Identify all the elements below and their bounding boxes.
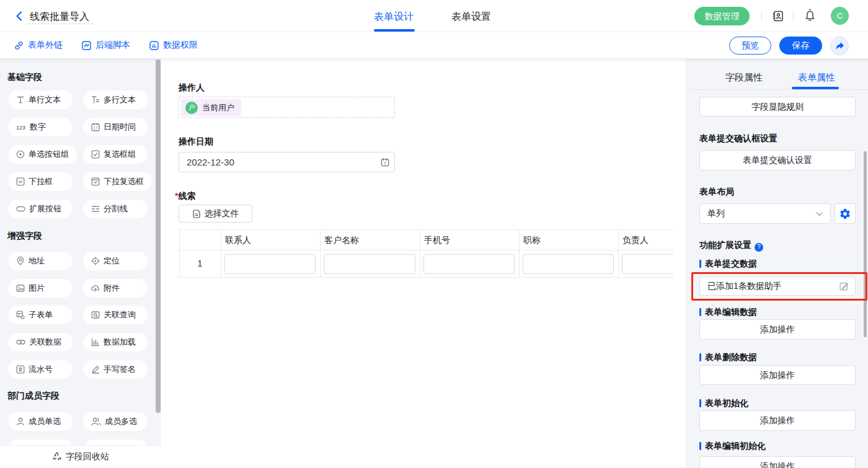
svg-text:7: 7	[384, 161, 386, 166]
svg-text:17: 17	[93, 126, 98, 130]
svg-text:123: 123	[16, 125, 25, 130]
